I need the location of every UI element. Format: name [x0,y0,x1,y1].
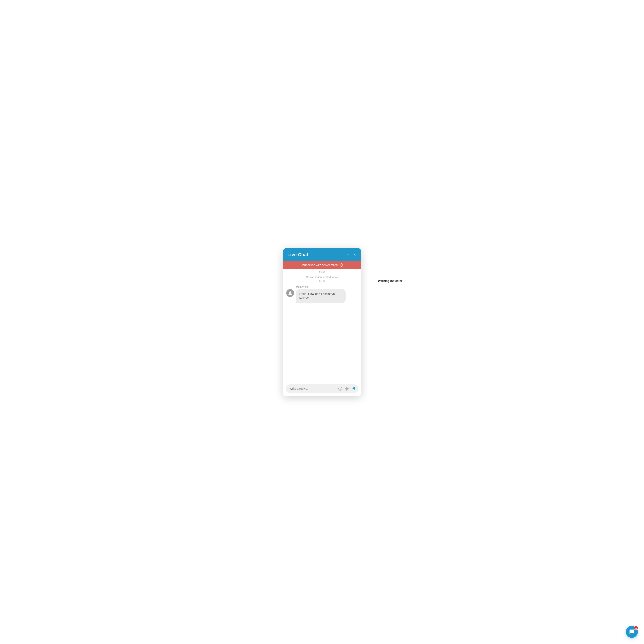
warning-callout: Warning indicator [362,279,402,283]
attach-button[interactable] [344,386,349,391]
input-icons [338,386,356,391]
callout-line [362,281,376,281]
message-content: Mark White Hello! How can I assist you t… [296,285,346,303]
close-button[interactable]: × [353,252,357,257]
chat-header: Live Chat − × [283,248,361,261]
warning-indicator-label: Warning indicator [378,279,402,283]
input-row [286,384,358,393]
chat-window: Live Chat − × Connection with server fai… [283,248,361,396]
floating-chat-button[interactable]: 1 [626,626,638,638]
conversation-time: 13:35 [286,279,358,282]
message-bubble: Hello! How can I assist you today? [296,289,346,303]
messages-area: 13:34 Conversation started today 13:35 M… [283,269,361,382]
svg-point-0 [289,291,291,293]
input-area [283,382,361,396]
conversation-started-label: Conversation started today [286,276,358,279]
header-controls: − × [346,252,357,257]
refresh-icon[interactable] [340,263,343,267]
warning-text: Connection with server failed [301,263,338,267]
warning-banner: Connection with server failed [283,261,361,269]
send-button[interactable] [351,386,356,391]
timestamp-top: 13:34 [286,271,358,275]
reply-input[interactable] [290,387,336,390]
avatar [286,289,294,297]
page-wrapper: Live Chat − × Connection with server fai… [0,0,644,644]
chat-window-wrapper: Live Chat − × Connection with server fai… [283,248,361,396]
chat-title: Live Chat [287,252,309,257]
minimize-button[interactable]: − [346,252,350,257]
svg-point-1 [338,387,342,390]
notification-badge: 1 [634,625,638,630]
message-row: Mark White Hello! How can I assist you t… [286,285,358,303]
emoji-button[interactable] [338,386,343,391]
sender-name: Mark White [296,285,346,288]
